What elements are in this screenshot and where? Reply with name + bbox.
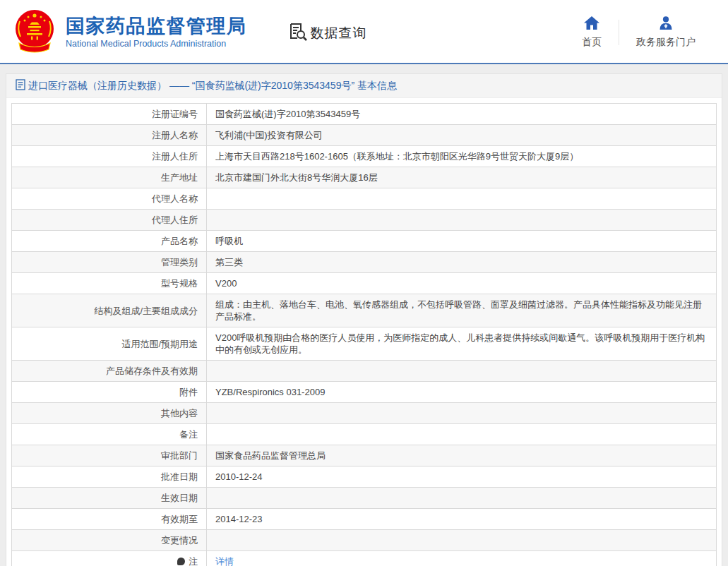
table-row: 附件 YZB/Respironics 031-2009 [12,382,717,403]
info-panel: 进口医疗器械（注册历史数据） —— “国食药监械(进)字2010第3543459… [6,73,722,566]
table-row: 注册人住所 上海市天目西路218号1602-1605（联系地址：北京市朝阳区光华… [12,146,717,167]
row-value [207,530,717,551]
document-icon [16,79,25,93]
row-label: 其他内容 [12,403,207,424]
row-value: 国家食品药品监督管理总局 [207,445,717,466]
detail-link[interactable]: 详情 [215,556,234,566]
row-label: 注 [12,551,207,566]
table-row: 管理类别 第三类 [12,252,717,273]
page-title: 进口医疗器械（注册历史数据） —— “国食药监械(进)字2010第3543459… [28,80,397,92]
table-row: 代理人名称 [12,188,717,210]
row-label: 代理人住所 [12,210,207,231]
row-value: 上海市天目西路218号1602-1605（联系地址：北京市朝阳区光华路9号世贸天… [207,146,717,167]
row-label: 管理类别 [12,252,207,273]
row-label: 代理人名称 [12,188,207,210]
row-label: 注册人名称 [12,125,207,146]
top-nav: 首页 政务服务门户 [565,16,712,49]
row-label: 生产地址 [12,167,207,188]
row-label: 生效日期 [12,488,207,509]
row-label: 产品储存条件及有效期 [12,361,207,382]
table-row: 备注 [12,424,717,445]
row-value [207,188,717,210]
table-row: 其他内容 [12,403,717,424]
row-label: 变更情况 [12,530,207,551]
row-label: 适用范围/预期用途 [12,327,207,361]
info-table-body: 注册证编号 国食药监械(进)字2010第3543459号 注册人名称 飞利浦(中… [12,104,717,566]
national-emblem-logo-icon [13,8,56,55]
row-value: 第三类 [207,252,717,273]
nav-home[interactable]: 首页 [565,16,619,49]
row-label: 有效期至 [12,509,207,530]
table-row: 批准日期 2010-12-24 [12,466,717,488]
row-value: 国食药监械(进)字2010第3543459号 [207,104,717,125]
row-label: 注册人住所 [12,146,207,167]
note-icon [177,558,185,565]
row-value [207,403,717,424]
table-row: 审批部门 国家食品药品监督管理总局 [12,445,717,466]
table-row: 生效日期 [12,488,717,509]
row-value: 2010-12-24 [207,466,717,488]
table-row: 注册人名称 飞利浦(中国)投资有限公司 [12,125,717,146]
site-header: 国家药品监督管理局 National Medical Products Admi… [0,0,728,64]
nav-service-portal-label: 政务服务门户 [636,36,696,49]
table-row: 代理人住所 [12,210,717,231]
info-table: 注册证编号 国食药监械(进)字2010第3543459号 注册人名称 飞利浦(中… [11,103,717,566]
row-value: V200呼吸机预期由合格的医疗人员使用，为医师指定的成人、儿科患者提供持续或间歇… [207,327,717,361]
data-query-icon [288,22,307,44]
row-value: YZB/Respironics 031-2009 [207,382,717,403]
row-value [207,488,717,509]
table-row: 有效期至 2014-12-23 [12,509,717,530]
data-query-label: 数据查询 [311,24,367,42]
row-label: 备注 [12,424,207,445]
row-value: 北京市建国门外北大街8号华润大厦16层 [207,167,717,188]
org-name-en: National Medical Products Administration [66,39,247,49]
breadcrumb: 进口医疗器械（注册历史数据） —— “国食药监械(进)字2010第3543459… [6,74,722,98]
table-row: 型号规格 V200 [12,273,717,294]
row-value: V200 [207,273,717,294]
nav-service-portal[interactable]: 政务服务门户 [619,16,712,49]
table-row: 注 详情 [12,551,717,566]
home-icon [584,16,599,32]
row-label: 结构及组成/主要组成成分 [12,294,207,327]
data-query-section: 数据查询 [288,22,367,44]
nav-home-label: 首页 [582,36,602,49]
table-row: 产品储存条件及有效期 [12,361,717,382]
person-icon [658,16,674,32]
table-row: 生产地址 北京市建国门外北大街8号华润大厦16层 [12,167,717,188]
table-row: 结构及组成/主要组成成分 组成：由主机、落地台车、电池、氧传感器组成，不包括呼吸… [12,294,717,327]
row-value: 组成：由主机、落地台车、电池、氧传感器组成，不包括呼吸管路、面罩及细菌过滤器。产… [207,294,717,327]
row-label: 审批部门 [12,445,207,466]
row-value: 飞利浦(中国)投资有限公司 [207,125,717,146]
row-value [207,210,717,231]
main-content: 进口医疗器械（注册历史数据） —— “国食药监械(进)字2010第3543459… [0,64,728,566]
row-label: 型号规格 [12,273,207,294]
table-row: 变更情况 [12,530,717,551]
table-row: 产品名称 呼吸机 [12,231,717,252]
row-value [207,361,717,382]
row-value [207,424,717,445]
row-value: 详情 [207,551,717,566]
row-value: 2014-12-23 [207,509,717,530]
org-name-cn: 国家药品监督管理局 [66,16,247,37]
table-row: 适用范围/预期用途 V200呼吸机预期由合格的医疗人员使用，为医师指定的成人、儿… [12,327,717,361]
row-label: 附件 [12,382,207,403]
table-row: 注册证编号 国食药监械(进)字2010第3543459号 [12,104,717,125]
row-label: 注册证编号 [12,104,207,125]
row-value: 呼吸机 [207,231,717,252]
row-label: 批准日期 [12,466,207,488]
row-label: 产品名称 [12,231,207,252]
brand[interactable]: 国家药品监督管理局 National Medical Products Admi… [13,8,247,55]
